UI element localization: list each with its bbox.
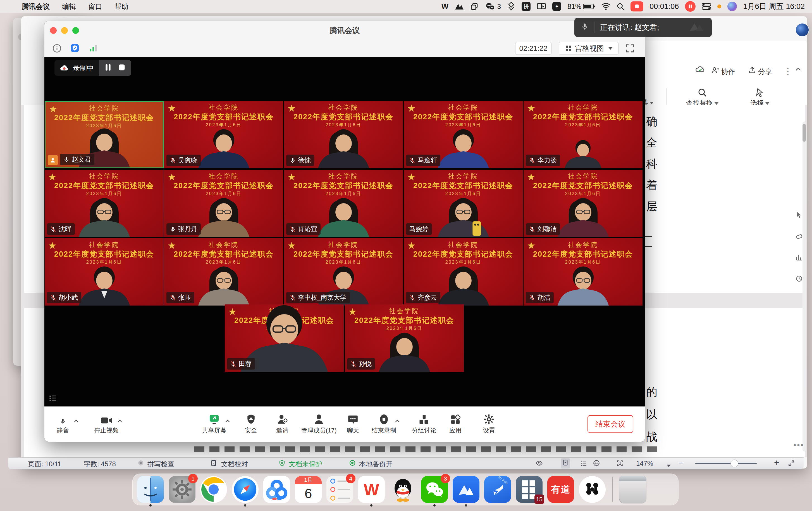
menu-app-name[interactable]: 腾讯会议 <box>22 2 50 11</box>
more-dots[interactable]: ••• <box>793 440 804 450</box>
view-mode-selector[interactable]: 宫格视图 <box>559 42 618 55</box>
video-grid: 录制中 ★社会学院2022年度党支部书记述职会2023年1月6日赵文君★社会学院… <box>45 57 645 407</box>
participant-tile[interactable]: ★社会学院2022年度党支部书记述职会2023年1月6日胡小武 <box>45 238 164 305</box>
virtual-background-text: 社会学院2022年度党支部书记述职会2023年1月6日 <box>404 103 523 128</box>
cloud-sync-icon[interactable] <box>695 65 705 75</box>
participant-name-chip: 马逸轩 <box>406 155 440 166</box>
zoom-slider[interactable] <box>695 463 757 464</box>
dock-app-meeting[interactable] <box>453 476 480 503</box>
proofread-label[interactable]: 文档校对 <box>221 460 248 468</box>
dock-app-safari[interactable] <box>232 476 259 503</box>
chat-badge-menu-icon[interactable]: 3 <box>485 2 501 11</box>
fit-page-icon[interactable] <box>616 460 624 468</box>
outline-view-icon[interactable] <box>580 460 587 468</box>
dock-app-chrome[interactable] <box>200 476 227 503</box>
protection-icon[interactable] <box>279 460 285 468</box>
toolbar-record-button[interactable]: 结束录制 <box>361 410 406 435</box>
collaborate-button[interactable]: 协作 <box>711 66 735 76</box>
wps-side-tools[interactable] <box>795 211 803 283</box>
scrollbar-thumb[interactable] <box>803 124 806 142</box>
meeting-menu-icon[interactable] <box>455 2 464 11</box>
protection-label[interactable]: 文档未保护 <box>289 460 322 468</box>
stop-recording-menu-chip[interactable] <box>631 2 643 11</box>
participant-tile[interactable]: ★社会学院2022年度党支部书记述职会2023年1月6日马婉婷 <box>404 170 523 237</box>
fullscreen-icon[interactable] <box>625 43 635 55</box>
spellcheck-icon[interactable] <box>137 460 144 468</box>
zoom-dropdown-icon[interactable] <box>665 461 671 469</box>
input-method-icon[interactable]: 拼 <box>522 2 530 11</box>
dock-app-trash[interactable] <box>619 476 646 503</box>
siri-icon[interactable] <box>727 2 737 11</box>
menu-edit[interactable]: 编辑 <box>62 2 76 11</box>
pause-recording-button[interactable] <box>105 64 111 72</box>
dock-app-settings[interactable]: 1 <box>169 476 196 503</box>
backup-icon[interactable] <box>349 460 356 468</box>
participant-tile[interactable]: ★社会学院2022年度党支部书记述职会2023年1月6日赵文君 <box>45 101 164 168</box>
participant-tile[interactable]: ★社会学院2022年度党支部书记述职会2023年1月6日齐彦云 <box>404 238 523 305</box>
dock-app-reminders[interactable]: 4 <box>326 476 353 503</box>
zoom-slider-handle[interactable] <box>730 460 738 467</box>
menu-window[interactable]: 窗口 <box>88 2 102 11</box>
display-menu-icon[interactable] <box>537 2 546 11</box>
participant-tile[interactable]: ★社会学院2022年度党支部书记述职会2023年1月6日沈晖 <box>45 170 164 237</box>
spellcheck-label[interactable]: 拼写检查 <box>147 460 174 468</box>
participant-tile[interactable]: ★社会学院2022年度党支部书记述职会2023年1月6日张丹丹 <box>164 170 283 237</box>
menu-datetime[interactable]: 1月6日 周五 16:02 <box>743 2 805 11</box>
menu-help[interactable]: 帮助 <box>115 2 128 11</box>
virtual-background-text: 社会学院2022年度党支部书记述职会2023年1月6日 <box>404 240 523 265</box>
page-view-icon[interactable] <box>561 458 570 468</box>
participant-tile[interactable]: ★社会学院2022年度党支部书记述职会2023年1月6日李力扬 <box>524 101 642 168</box>
dock-app-dingtalk[interactable]: M1 Beta <box>484 476 511 503</box>
proofread-icon[interactable] <box>210 460 217 468</box>
participant-tile[interactable]: ★社会学院2022年度党支部书记述职会2023年1月6日吴愈晓 <box>164 101 283 168</box>
dock-app-calendar[interactable]: 1月6 <box>295 476 322 503</box>
eye-protect-icon[interactable] <box>535 460 543 468</box>
participant-tile[interactable]: ★社会学院2022年度党支部书记述职会2023年1月6日田蓉 <box>225 304 344 372</box>
participant-tile[interactable]: ★社会学院2022年度党支部书记述职会2023年1月6日徐愫 <box>284 101 403 168</box>
toolbar-mic-button[interactable]: 静音 <box>45 410 85 435</box>
participant-tile[interactable]: ★社会学院2022年度党支部书记述职会2023年1月6日张珏 <box>164 238 283 305</box>
participant-tile[interactable]: ★社会学院2022年度党支部书记述职会2023年1月6日肖沁宜 <box>284 170 403 237</box>
dock-app-finder[interactable] <box>137 476 164 503</box>
stop-recording-button[interactable] <box>118 64 125 72</box>
backup-label[interactable]: 本地备份开 <box>359 460 393 468</box>
participant-tile[interactable]: ★社会学院2022年度党支部书记述职会2023年1月6日刘馨洁 <box>524 170 642 237</box>
search-menu-icon[interactable] <box>616 2 625 11</box>
zoom-percent[interactable]: 147% <box>636 460 653 467</box>
dock-app-dots[interactable] <box>579 476 606 503</box>
share-button[interactable]: 分享 <box>748 66 772 76</box>
more-options-icon[interactable]: ⋮ <box>784 66 792 76</box>
web-view-icon[interactable] <box>592 460 600 468</box>
fullscreen-toggle-icon[interactable] <box>787 460 795 468</box>
wifi-menu-icon[interactable] <box>602 2 610 11</box>
network-signal-icon[interactable] <box>88 44 98 54</box>
zoom-in-button[interactable]: + <box>774 458 779 468</box>
account-avatar[interactable] <box>796 24 809 36</box>
participant-tile[interactable]: ★社会学院2022年度党支部书记述职会2023年1月6日胡洁 <box>524 238 642 305</box>
copy-menu-icon[interactable] <box>470 2 478 11</box>
pause-recording-menu-chip[interactable] <box>685 2 696 11</box>
dock-app-qq[interactable] <box>389 476 416 503</box>
dock-app-youdao[interactable]: 有道 <box>547 476 574 503</box>
toolbar-settings-button[interactable]: 设置 <box>467 410 511 435</box>
security-shield-icon[interactable] <box>70 43 80 54</box>
dock-app-gridapp[interactable]: 15 <box>516 476 543 503</box>
participant-tile[interactable]: ★社会学院2022年度党支部书记述职会2023年1月6日李中权_南京大学 <box>284 238 403 305</box>
control-center-icon[interactable] <box>702 2 711 11</box>
wps-menu-icon[interactable]: W <box>441 2 448 11</box>
mic-muted-icon <box>529 226 535 233</box>
scrollbar[interactable] <box>803 122 806 452</box>
meeting-info-icon[interactable] <box>52 44 62 54</box>
screenshot-menu-icon[interactable]: ✦ <box>552 2 561 11</box>
layout-list-icon[interactable] <box>49 395 57 403</box>
collapse-ribbon-icon[interactable] <box>795 66 802 75</box>
zoom-out-button[interactable]: − <box>678 458 684 468</box>
participant-tile[interactable]: ★社会学院2022年度党支部书记述职会2023年1月6日孙悦 <box>345 304 464 372</box>
diamond-menu-icon[interactable] <box>507 2 516 11</box>
dock-app-wps[interactable]: W <box>358 476 385 503</box>
participant-tile[interactable]: ★社会学院2022年度党支部书记述职会2023年1月6日马逸轩 <box>404 101 523 168</box>
dock-app-wechat[interactable]: 3 <box>421 476 448 503</box>
toolbar-camera-button[interactable]: 停止视频 <box>84 410 129 435</box>
dock-app-docs[interactable] <box>263 476 290 503</box>
end-meeting-button[interactable]: 结束会议 <box>587 415 633 433</box>
